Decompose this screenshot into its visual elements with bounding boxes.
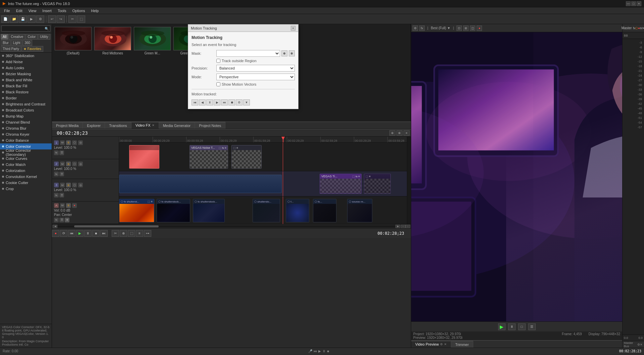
- scrollbar-thumb[interactable]: [74, 225, 159, 227]
- filter-tab-360[interactable]: 360: [22, 40, 32, 46]
- audio-extra-3[interactable]: ⊕: [65, 218, 69, 222]
- track1-extra-2[interactable]: ☰: [59, 150, 64, 155]
- effect-item-addnoise[interactable]: Add Noise: [0, 59, 52, 65]
- audio-extra-2[interactable]: ☰: [59, 218, 64, 222]
- preview-tab-close-icon[interactable]: ✕: [444, 343, 447, 346]
- timeline-btn-2[interactable]: ⊗: [396, 130, 402, 136]
- effect-item-bezier[interactable]: Bézier Masking: [0, 71, 52, 77]
- clip-3-4[interactable]: ⬡ shuttersto...: [253, 199, 280, 222]
- transport-play[interactable]: ▶: [76, 230, 84, 237]
- tab-project-media[interactable]: Project Media: [52, 122, 83, 129]
- menu-options[interactable]: Options: [70, 8, 88, 13]
- clip-3-1[interactable]: ⬡ fx shutterst... ⬚ ≡: [119, 199, 154, 222]
- preview-play[interactable]: ▶: [498, 323, 505, 330]
- effect-item-crop[interactable]: Crop: [0, 186, 52, 192]
- dialog-tool-prev[interactable]: ⏮: [192, 99, 198, 105]
- filter-tab-favorites[interactable]: ★ Favorites: [21, 46, 43, 52]
- search-input[interactable]: [3, 27, 45, 31]
- track2-composite[interactable]: ⬡: [72, 162, 77, 166]
- scrollbar-track[interactable]: [57, 225, 395, 227]
- effect-item-bumpmap[interactable]: Bump Map: [0, 113, 52, 119]
- menu-edit[interactable]: Edit: [13, 8, 25, 13]
- dialog-tool-step-back[interactable]: ◀: [199, 99, 206, 105]
- preview-record[interactable]: ●: [477, 26, 482, 31]
- transport-tool-1[interactable]: ✂: [112, 230, 119, 237]
- status-icon-2[interactable]: ⏮: [314, 349, 317, 353]
- dialog-show-vectors-checkbox[interactable]: [216, 82, 220, 86]
- dialog-tool-track[interactable]: ⏺: [228, 99, 235, 105]
- undo-btn[interactable]: ↩: [48, 15, 56, 23]
- preview-stop-sq[interactable]: □: [518, 323, 526, 330]
- effect-item-360stab[interactable]: 360° Stabilization: [0, 53, 52, 59]
- title-bar-controls[interactable]: — □ ×: [626, 1, 641, 6]
- thumb-default[interactable]: (Default): [55, 27, 92, 55]
- tab-videofx-close[interactable]: ✕: [152, 124, 155, 127]
- filter-tab-creative[interactable]: Creative: [9, 34, 25, 40]
- preview-tab-trimmer[interactable]: Trimmer: [451, 341, 473, 348]
- effect-item-chromablur[interactable]: Chroma Blur: [0, 125, 52, 131]
- preview-pause[interactable]: ⏸: [508, 323, 516, 330]
- dialog-tool-more[interactable]: ▼: [243, 99, 250, 105]
- clip-1-pink[interactable]: [129, 145, 159, 169]
- transport-ffwd[interactable]: ⏭: [100, 230, 108, 237]
- transport-rewind-end[interactable]: ⏮: [68, 230, 75, 237]
- tab-project-notes[interactable]: Project Notes: [195, 122, 225, 129]
- preview-split[interactable]: ◫: [470, 26, 475, 31]
- audio-record[interactable]: ●: [72, 203, 77, 208]
- track2-extra-1[interactable]: fx: [54, 172, 59, 176]
- track3-extra-1[interactable]: fx: [54, 193, 59, 197]
- scrollbar-left[interactable]: ◀: [53, 225, 57, 228]
- scrollbar-right[interactable]: ▶: [395, 225, 400, 228]
- track1-motion[interactable]: ◎: [78, 140, 83, 145]
- effect-item-broadcast[interactable]: Broadcast Colors: [0, 107, 52, 113]
- effect-item-colormatch[interactable]: Color Match: [0, 162, 52, 168]
- filter-tab-utility[interactable]: Utility: [38, 34, 50, 40]
- timeline-vscroll[interactable]: [407, 137, 411, 224]
- tab-explorer[interactable]: Explorer: [83, 122, 105, 129]
- render-btn[interactable]: ▶: [28, 15, 36, 23]
- audio-extra-1[interactable]: fx: [54, 218, 59, 222]
- save-btn[interactable]: 💾: [19, 15, 27, 23]
- effect-item-bw[interactable]: Black and White: [0, 77, 52, 83]
- status-icon-5[interactable]: ■: [327, 349, 329, 353]
- transport-tool-2[interactable]: ⊕: [120, 230, 127, 237]
- dialog-track-outside-checkbox[interactable]: [216, 59, 220, 63]
- track1-composite[interactable]: ⬡: [72, 140, 77, 145]
- effect-item-blackrestore[interactable]: Black Restore: [0, 89, 52, 95]
- transport-loop[interactable]: ⟳: [60, 230, 67, 237]
- master-bus-settings[interactable]: ⚙: [637, 343, 640, 346]
- effect-item-colorization[interactable]: Colorization: [0, 168, 52, 174]
- menu-view[interactable]: View: [26, 8, 39, 13]
- clip-3-2[interactable]: ⬡ fx shutterstock...: [157, 199, 190, 222]
- preview-grid[interactable]: ⊞: [463, 26, 469, 31]
- track3-extra-2[interactable]: ☰: [59, 193, 64, 197]
- transport-record[interactable]: ●: [52, 230, 59, 237]
- dialog-tool-settings[interactable]: ⚙: [236, 99, 243, 105]
- open-btn[interactable]: 📁: [10, 15, 18, 23]
- timeline-btn-3[interactable]: ≡: [404, 130, 410, 136]
- menu-file[interactable]: File: [1, 8, 13, 13]
- track1-solo[interactable]: S: [66, 140, 71, 145]
- dialog-mask-btn2[interactable]: ⊗: [289, 50, 295, 56]
- mixer-fx-icon[interactable]: fx: [633, 27, 635, 30]
- mixer-settings-icon[interactable]: ⬡: [635, 27, 638, 30]
- track2-extra-2[interactable]: ☰: [59, 172, 64, 176]
- menu-insert[interactable]: Insert: [40, 8, 54, 13]
- search-input-wrap[interactable]: 🔍: [1, 26, 50, 32]
- track2-motion[interactable]: ◎: [78, 162, 83, 166]
- status-icon-3[interactable]: ▶: [318, 349, 321, 353]
- maximize-button[interactable]: □: [631, 1, 636, 6]
- clip-3-5[interactable]: ⬡ f...: [286, 199, 309, 222]
- master-bus-close[interactable]: ✕: [640, 343, 643, 346]
- effect-item-cookiecutter[interactable]: Cookie Cutter: [0, 180, 52, 186]
- audio-solo[interactable]: S: [66, 203, 71, 208]
- status-icon-4[interactable]: ⏸: [322, 349, 326, 353]
- filter-tab-third[interactable]: Third Party: [1, 46, 21, 52]
- mixer-mute-icon[interactable]: M: [640, 27, 643, 30]
- thumb-redmid[interactable]: Red Midtones: [94, 27, 131, 55]
- preview-snap[interactable]: ⊡: [457, 26, 462, 31]
- timeline-btn-1[interactable]: ⊕: [389, 130, 395, 136]
- transport-tool-5[interactable]: ⊶: [144, 230, 151, 237]
- preview-tab-video[interactable]: Video Preview ⚙ ✕: [411, 341, 451, 348]
- scrollbar-shrink[interactable]: ↔: [401, 225, 406, 228]
